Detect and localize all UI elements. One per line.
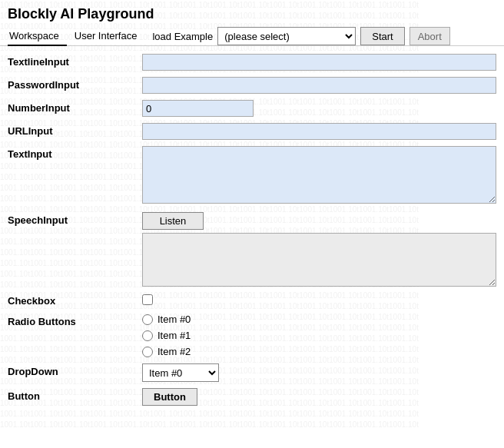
textline-control	[142, 54, 496, 71]
radio-item-2[interactable]: Item #2	[142, 346, 496, 357]
tab-workspace[interactable]: Workspace	[8, 27, 67, 46]
url-input[interactable]	[142, 123, 496, 140]
speech-textarea[interactable]	[142, 233, 496, 287]
checkbox-control	[142, 293, 496, 307]
radio-item-1-label: Item #1	[158, 330, 191, 341]
text-textarea[interactable]	[142, 146, 496, 204]
speech-row: SpeechInput Listen	[8, 212, 496, 287]
textline-input[interactable]	[142, 54, 496, 71]
tab-user-interface[interactable]: User Interface	[67, 27, 145, 46]
radio-label: Radio Buttons	[8, 314, 142, 327]
main-content: TextlineInput PasswordInput NumberInput …	[0, 46, 504, 420]
dropdown-row: DropDown Item #0 Item #1 Item #2	[8, 363, 496, 382]
radio-item-1[interactable]: Item #1	[142, 330, 496, 341]
number-label: NumberInput	[8, 100, 142, 114]
url-row: URLInput	[8, 123, 496, 140]
button-control: Button	[142, 388, 496, 406]
radio-row: Radio Buttons Item #0 Item #1 Item #2	[8, 314, 496, 357]
textline-row: TextlineInput	[8, 54, 496, 71]
radio-item-2-label: Item #2	[158, 346, 191, 357]
radio-input-1[interactable]	[142, 330, 153, 341]
title-bar: Blockly AI Playground	[0, 0, 504, 25]
radio-control: Item #0 Item #1 Item #2	[142, 314, 496, 357]
button-row: Button Button	[8, 388, 496, 406]
radio-item-0-label: Item #0	[158, 314, 191, 325]
checkbox-label: Checkbox	[8, 293, 142, 307]
radio-input-0[interactable]	[142, 314, 153, 325]
password-row: PasswordInput	[8, 77, 496, 94]
dropdown-select[interactable]: Item #0 Item #1 Item #2	[142, 363, 219, 382]
nav-bar: Workspace User Interface load Example (p…	[0, 25, 504, 46]
radio-input-2[interactable]	[142, 347, 153, 357]
load-example-label: load Example	[152, 31, 213, 42]
checkbox-row: Checkbox	[8, 293, 496, 307]
password-control	[142, 77, 496, 94]
password-input[interactable]	[142, 77, 496, 94]
dropdown-label: DropDown	[8, 363, 142, 377]
url-label: URLInput	[8, 123, 142, 137]
checkbox-input[interactable]	[142, 294, 153, 305]
start-button[interactable]: Start	[360, 27, 404, 45]
radio-item-0[interactable]: Item #0	[142, 314, 496, 325]
load-example-select[interactable]: (please select)	[217, 27, 356, 45]
abort-button[interactable]: Abort	[410, 27, 450, 45]
button-label: Button	[8, 388, 142, 402]
speech-control: Listen	[142, 212, 496, 287]
speech-label: SpeechInput	[8, 212, 142, 226]
text-control	[142, 146, 496, 206]
listen-button[interactable]: Listen	[142, 212, 204, 230]
number-row: NumberInput	[8, 100, 496, 117]
radio-group: Item #0 Item #1 Item #2	[142, 314, 496, 357]
text-row: TextInput	[8, 146, 496, 206]
action-button[interactable]: Button	[142, 388, 197, 406]
password-label: PasswordInput	[8, 77, 142, 91]
number-input[interactable]	[142, 100, 254, 117]
app-title: Blockly AI Playground	[8, 6, 496, 22]
text-label: TextInput	[8, 146, 142, 160]
load-example-area: load Example (please select) Start Abort	[152, 27, 449, 45]
number-control	[142, 100, 496, 117]
url-control	[142, 123, 496, 140]
textline-label: TextlineInput	[8, 54, 142, 68]
dropdown-control: Item #0 Item #1 Item #2	[142, 363, 496, 382]
